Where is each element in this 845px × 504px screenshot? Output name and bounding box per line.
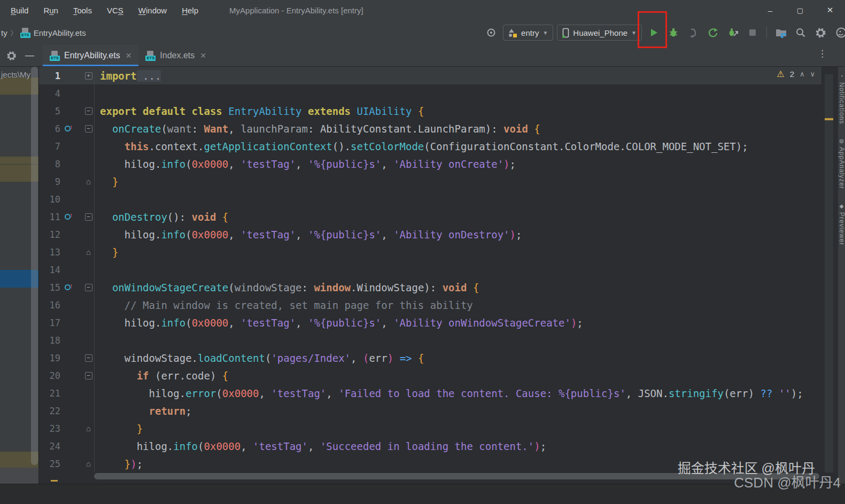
locate-file-icon[interactable]	[483, 25, 499, 41]
stop-button[interactable]	[745, 25, 761, 41]
debug-button[interactable]	[665, 25, 681, 41]
inspection-widget[interactable]: ⚠ 2 ∧ ∨	[777, 69, 815, 79]
code-line-5[interactable]: 5−export default class EntryAbility exte…	[39, 102, 821, 120]
line-number[interactable]: 1	[39, 71, 60, 81]
code-text[interactable]: onWindowStageCreate(windowStage: window.…	[95, 282, 479, 293]
code-text[interactable]: import ...	[95, 70, 161, 82]
line-number[interactable]: 19	[39, 353, 60, 363]
breadcrumb[interactable]: ty 〉 ETS EntryAbility.ets	[0, 20, 86, 45]
code-text[interactable]: onDestroy(): void {	[95, 211, 228, 223]
hide-panel-icon[interactable]: —	[25, 50, 34, 61]
line-number[interactable]: 4	[39, 88, 60, 99]
fold-end-icon[interactable]: ⌂	[86, 460, 91, 468]
menu-help[interactable]: Help	[176, 4, 204, 17]
run-button[interactable]	[646, 25, 662, 41]
code-line-25[interactable]: 25⌂ });	[39, 455, 821, 472]
code-line-19[interactable]: 19− windowStage.loadContent('pages/Index…	[39, 349, 821, 367]
tab-options-kebab-icon[interactable]: ⋮	[818, 49, 827, 58]
close-button[interactable]: ✕	[815, 0, 845, 20]
fold-collapse-icon[interactable]: −	[85, 284, 92, 291]
fold-collapse-icon[interactable]: −	[85, 125, 92, 133]
panel-gear-icon[interactable]	[6, 51, 17, 61]
override-method-icon[interactable]: ↑	[65, 284, 73, 290]
code-line-10[interactable]: 10	[39, 190, 821, 208]
line-number[interactable]: 5	[39, 106, 60, 117]
line-number[interactable]: 7	[39, 141, 60, 152]
code-line-17[interactable]: 17 hilog.info(0x0000, 'testTag', '%{publ…	[39, 314, 821, 331]
project-structure-button[interactable]	[773, 25, 789, 41]
line-number[interactable]: 23	[39, 423, 60, 434]
code-line-20[interactable]: 20− if (err.code) {	[39, 367, 821, 384]
code-line-12[interactable]: 12 hilog.info(0x0000, 'testTag', '%{publ…	[39, 226, 821, 243]
code-text[interactable]: }	[95, 176, 118, 188]
editor-vertical-scrollbar[interactable]	[825, 74, 833, 472]
line-number[interactable]: 17	[39, 317, 60, 328]
tab-index-ets[interactable]: ETSIndex.ets✕	[138, 45, 213, 66]
code-line-18[interactable]: 18	[39, 331, 821, 349]
code-line-15[interactable]: 15↑− onWindowStageCreate(windowStage: wi…	[39, 278, 821, 296]
code-text[interactable]: hilog.info(0x0000, 'testTag', '%{public}…	[95, 317, 583, 329]
code-line-24[interactable]: 24 hilog.info(0x0000, 'testTag', 'Succee…	[39, 437, 821, 455]
code-line-7[interactable]: 7 this.context.getApplicationContext().s…	[39, 137, 821, 155]
profile-button[interactable]	[832, 25, 845, 41]
line-number[interactable]: 8	[39, 159, 60, 169]
fold-collapse-icon[interactable]: −	[85, 213, 92, 221]
line-number[interactable]: 14	[39, 265, 60, 275]
menu-vcs[interactable]: VCS	[102, 4, 129, 17]
maximize-button[interactable]: ▢	[785, 0, 815, 20]
tab-close-icon[interactable]: ✕	[200, 51, 206, 60]
minimize-button[interactable]: –	[755, 0, 785, 20]
menu-window[interactable]: Window	[133, 4, 172, 17]
code-line-16[interactable]: 16 // Main window is created, set main p…	[39, 296, 821, 314]
code-text[interactable]: }	[95, 246, 118, 258]
warning-stripe-mark[interactable]	[825, 118, 833, 120]
fold-end-icon[interactable]: ⌂	[86, 249, 91, 256]
code-line-14[interactable]: 14	[39, 261, 821, 278]
code-line-1[interactable]: 1+import ...	[39, 67, 821, 84]
project-tree-row[interactable]	[0, 468, 39, 484]
fold-collapse-icon[interactable]: −	[85, 372, 92, 379]
tool-window-button-notifications[interactable]: ◔Notifications	[838, 73, 845, 124]
fold-collapse-icon[interactable]: −	[85, 354, 92, 362]
code-text[interactable]: }	[95, 423, 143, 435]
project-panel[interactable]: jects\My	[0, 67, 39, 484]
line-number[interactable]: 10	[39, 194, 60, 205]
fold-end-icon[interactable]: ⌂	[86, 178, 91, 185]
project-scrollbar[interactable]	[31, 67, 38, 465]
code-line-13[interactable]: 13⌂ }	[39, 243, 821, 261]
fold-end-icon[interactable]: ⌂	[86, 425, 91, 432]
line-number[interactable]: 11	[39, 212, 60, 222]
line-number[interactable]: 13	[39, 247, 60, 258]
editor-horizontal-scrollbar[interactable]	[94, 473, 819, 479]
code-text[interactable]: hilog.info(0x0000, 'testTag', '%{public}…	[95, 158, 516, 170]
line-number[interactable]: 6	[39, 123, 60, 134]
line-number[interactable]: 18	[39, 335, 60, 346]
code-text[interactable]: return;	[95, 405, 192, 417]
line-number[interactable]: 25	[39, 459, 60, 469]
tab-close-icon[interactable]: ✕	[126, 51, 132, 60]
code-text[interactable]: if (err.code) {	[95, 370, 228, 382]
code-line-6[interactable]: 6↑− onCreate(want: Want, launchParam: Ab…	[39, 120, 821, 137]
tool-window-button-appanalyzer[interactable]: ◍AppAnalyzer	[838, 138, 845, 189]
code-line-21[interactable]: 21 hilog.error(0x0000, 'testTag', 'Faile…	[39, 384, 821, 402]
override-method-icon[interactable]: ↑	[65, 214, 73, 220]
search-everywhere-button[interactable]	[793, 25, 809, 41]
code-text[interactable]: hilog.error(0x0000, 'testTag', 'Failed t…	[95, 387, 803, 399]
menu-tools[interactable]: Tools	[68, 4, 97, 17]
tab-entryability-ets[interactable]: ETSEntryAbility.ets✕	[43, 45, 138, 66]
fold-collapse-icon[interactable]: −	[85, 107, 92, 115]
code-line-8[interactable]: 8 hilog.info(0x0000, 'testTag', '%{publi…	[39, 155, 821, 173]
menu-run[interactable]: Run	[38, 4, 64, 17]
code-text[interactable]: });	[95, 458, 143, 470]
code-text[interactable]: windowStage.loadContent('pages/Index', (…	[95, 352, 424, 364]
device-select[interactable]: Huawei_Phone ▼	[557, 25, 642, 41]
line-number[interactable]: 12	[39, 229, 60, 240]
attach-debugger-button[interactable]	[725, 25, 741, 41]
line-number[interactable]: 24	[39, 441, 60, 452]
line-number[interactable]: 20	[39, 370, 60, 381]
rerun-button[interactable]	[705, 25, 721, 41]
line-number[interactable]: 9	[39, 176, 60, 187]
line-number[interactable]: 16	[39, 300, 60, 311]
code-editor[interactable]: 1+import ...45−export default class Entr…	[39, 67, 838, 484]
run-configuration-select[interactable]: entry ▼	[503, 25, 553, 41]
